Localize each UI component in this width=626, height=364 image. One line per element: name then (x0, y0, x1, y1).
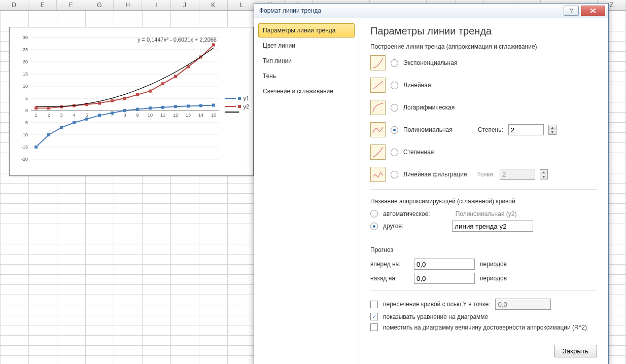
dialog-titlebar[interactable]: Формат линии тренда ? (254, 4, 608, 18)
svg-rect-58 (98, 102, 101, 105)
svg-text:5: 5 (25, 96, 28, 101)
radio-name-other[interactable] (370, 223, 378, 230)
points-spinner: ▲▼ (540, 169, 548, 179)
svg-rect-44 (111, 112, 114, 115)
checkbox-intercept[interactable] (370, 301, 378, 308)
radio-moving-average[interactable] (391, 171, 398, 178)
svg-rect-64 (174, 75, 177, 78)
radio-exponential[interactable] (391, 59, 398, 67)
svg-text:-15: -15 (21, 144, 28, 150)
nav-line-color[interactable]: Цвет линии (258, 39, 355, 53)
label-exponential: Экспоненциальная (403, 59, 457, 66)
content-heading: Параметры линии тренда (370, 25, 597, 37)
legend-y1: y1 (243, 95, 249, 101)
moving-average-icon (370, 167, 386, 182)
forecast-section-label: Прогноз (370, 246, 597, 253)
forward-units: периодов (480, 261, 507, 268)
chart-plot: -20-15-10-505101520253012345678910111213… (31, 32, 219, 169)
backward-label: назад на: (370, 275, 409, 282)
label-name-other: другое: (383, 223, 403, 230)
svg-rect-43 (98, 114, 101, 117)
svg-text:1: 1 (34, 113, 37, 118)
radio-polynomial[interactable] (391, 126, 398, 134)
label-moving-average: Линейная фильтрация (403, 171, 467, 178)
svg-rect-59 (111, 99, 114, 102)
svg-rect-61 (136, 93, 139, 96)
dialog-nav: Параметры линии тренда Цвет линии Тип ли… (254, 18, 359, 364)
points-input (500, 169, 535, 180)
forward-label: вперед на: (370, 261, 409, 268)
svg-text:0: 0 (25, 108, 28, 113)
svg-text:13: 13 (186, 113, 191, 118)
power-icon (370, 144, 386, 160)
label-show-r2: поместить на диаграмму величину достовер… (383, 324, 587, 331)
svg-text:2: 2 (47, 113, 50, 118)
svg-text:30: 30 (23, 35, 28, 40)
close-window-button[interactable] (581, 6, 605, 16)
svg-rect-51 (199, 104, 202, 107)
auto-name-value: Полиномиальная (y2) (456, 210, 517, 217)
radio-name-auto[interactable] (370, 210, 378, 217)
svg-rect-67 (212, 43, 215, 46)
label-show-equation: показывать уравнение на диаграмме (383, 313, 488, 320)
svg-text:15: 15 (23, 71, 28, 77)
svg-rect-47 (149, 106, 152, 110)
svg-rect-39 (47, 133, 50, 136)
svg-rect-48 (161, 106, 164, 109)
regression-section-label: Построение линии тренда (аппроксимация и… (370, 43, 597, 50)
dialog-title: Формат линии тренда (259, 7, 562, 14)
svg-text:-5: -5 (24, 120, 28, 125)
radio-linear[interactable] (391, 82, 398, 89)
svg-text:8: 8 (123, 113, 126, 118)
svg-text:20: 20 (23, 59, 28, 64)
dialog-content: Параметры линии тренда Построение линии … (359, 18, 608, 364)
linear-icon (370, 78, 386, 93)
svg-rect-46 (136, 108, 139, 111)
label-name-auto: автоматическое: (383, 210, 430, 217)
svg-rect-42 (85, 118, 88, 121)
svg-rect-50 (187, 104, 190, 107)
svg-text:-20: -20 (21, 157, 28, 162)
svg-rect-40 (60, 126, 63, 129)
svg-text:5: 5 (85, 113, 88, 118)
radio-power[interactable] (391, 149, 398, 156)
name-section-label: Название аппроксимирующей (сглаженной) к… (370, 198, 597, 205)
label-power: Степенная (403, 149, 434, 156)
svg-rect-38 (34, 145, 38, 149)
chart-legend[interactable]: y1 y2 (225, 93, 249, 115)
svg-text:4: 4 (73, 113, 75, 118)
nav-trendline-options[interactable]: Параметры линии тренда (258, 23, 355, 38)
svg-text:14: 14 (198, 113, 203, 118)
nav-glow[interactable]: Свечение и сглаживание (258, 84, 355, 98)
nav-shadow[interactable]: Тень (258, 69, 355, 83)
svg-text:12: 12 (173, 113, 178, 118)
svg-rect-62 (149, 90, 152, 93)
exponential-icon (370, 55, 386, 70)
radio-logarithmic[interactable] (391, 104, 398, 112)
custom-name-input[interactable] (452, 221, 533, 232)
nav-line-style[interactable]: Тип линии (258, 54, 355, 68)
svg-rect-49 (174, 105, 177, 108)
forward-input[interactable] (414, 259, 475, 270)
legend-y2: y2 (243, 103, 249, 110)
intercept-input (495, 299, 551, 310)
checkbox-show-equation[interactable]: ✓ (370, 313, 378, 320)
backward-input[interactable] (414, 273, 475, 284)
svg-rect-53 (34, 106, 38, 110)
label-intercept: пересечение кривой с осью Y в точке: (383, 301, 490, 308)
svg-rect-54 (47, 106, 50, 110)
degree-input[interactable] (508, 124, 544, 135)
help-button[interactable]: ? (564, 6, 579, 16)
chart-object[interactable]: y = 0,1447x² - 0,6021x + 2,2066 -20-15-1… (9, 27, 254, 176)
svg-text:3: 3 (60, 113, 62, 118)
degree-spinner[interactable]: ▲▼ (548, 125, 557, 135)
svg-rect-45 (123, 109, 126, 112)
close-button[interactable]: Закрыть (554, 345, 597, 357)
svg-rect-55 (60, 105, 63, 108)
points-label: Точки: (477, 171, 495, 178)
svg-text:9: 9 (136, 113, 138, 118)
label-linear: Линейная (403, 82, 431, 89)
checkbox-show-r2[interactable] (370, 323, 378, 331)
logarithmic-icon (370, 100, 386, 115)
svg-rect-41 (73, 121, 76, 124)
